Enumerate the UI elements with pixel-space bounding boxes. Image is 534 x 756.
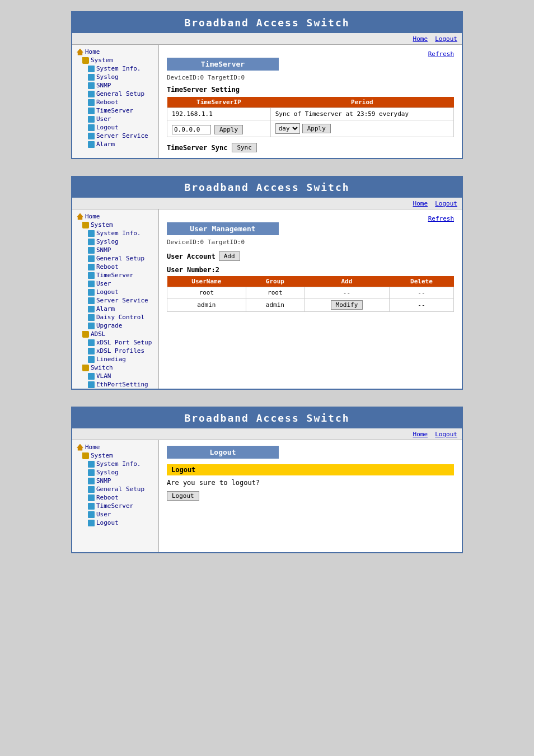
sync-button[interactable]: Sync [232,143,257,152]
sidebar-1: Home System System Info. Syslog SNMP Gen… [72,45,159,158]
period-val-row: day Apply [275,123,449,134]
page-icon-19 [88,297,95,304]
refresh-button-2[interactable]: Refresh [428,215,454,222]
logout-confirm-text: Are you sure to logout? [167,479,454,487]
home-link-3[interactable]: Home [413,431,428,438]
sidebar-item-home-1[interactable]: Home [72,48,158,56]
page-icon-36 [88,511,95,518]
sidebar3-item-home[interactable]: Home [72,443,158,451]
sidebar2-item-xdsl-profiles[interactable]: xDSL Profiles [72,347,158,355]
sidebar2-item-vlan[interactable]: VLAN [72,372,158,380]
sidebar2-item-snmp[interactable]: SNMP [72,246,158,254]
add-user-button[interactable]: Add [219,251,240,261]
folder-icon-2 [82,222,89,228]
folder-icon-4 [82,365,89,371]
sidebar3-item-syslog[interactable]: Syslog [72,468,158,477]
panel2-body: Home System System Info. Syslog SNMP Gen… [72,209,462,389]
sidebar2-item-syslog[interactable]: Syslog [72,237,158,246]
sidebar-item-sysinfo-1[interactable]: System Info. [72,64,158,73]
sidebar3-item-user[interactable]: User [72,510,158,519]
sidebar-item-gensetup-1[interactable]: General Setup [72,90,158,98]
sidebar-item-logout-1[interactable]: Logout [72,123,158,132]
logout-link-2[interactable]: Logout [435,200,457,207]
page-icon-18 [88,289,95,296]
sidebar-item-serverservice-1[interactable]: Server Service [72,132,158,140]
apply-period-button[interactable]: Apply [302,124,331,133]
user-name-admin: admin [167,298,246,312]
user-add-root: -- [305,287,390,298]
timeserver-ip-input[interactable] [172,125,211,134]
page-icon-22 [88,323,95,329]
setting-label-1: TimeServer Setting [167,86,454,94]
timeserver-ip-input-cell: Apply [167,120,271,137]
sidebar2-item-reboot[interactable]: Reboot [72,263,158,271]
panel2-title: Broadband Access Switch [72,177,462,198]
sidebar3-item-timeserver[interactable]: TimeServer [72,502,158,510]
panel-logout: Broadband Access Switch Home Logout Home… [71,407,463,553]
sidebar2-item-switch[interactable]: Switch [72,363,158,372]
user-account-row: User Account Add [167,249,454,263]
col-header-period: Period [270,97,453,108]
home-link-2[interactable]: Home [413,200,428,207]
sidebar2-item-logout[interactable]: Logout [72,288,158,296]
sidebar2-item-linediag[interactable]: Linediag [72,355,158,363]
sidebar2-item-adsl[interactable]: ADSL [72,330,158,338]
sidebar2-item-serverservice[interactable]: Server Service [72,296,158,305]
sidebar-item-snmp-1[interactable]: SNMP [72,81,158,90]
device-id-2: DeviceID:0 TargetID:0 [167,239,454,246]
setting-table-1: TimeServerIP Period 192.168.1.1 Sync of … [167,97,454,137]
page-icon-35 [88,503,95,510]
period-sync-text: Sync of Timeserver at 23:59 everyday [270,108,453,120]
logout-confirm-button[interactable]: Logout [167,491,199,501]
user-account-label: User Account [167,253,216,260]
sidebar3-item-logout[interactable]: Logout [72,519,158,527]
page-icon-5 [88,99,95,106]
page-icon-34 [88,494,95,501]
page-icon-14 [88,255,95,262]
sidebar3-item-system[interactable]: System [72,451,158,460]
user-row-root: root root -- -- [167,287,454,298]
sidebar3-item-reboot[interactable]: Reboot [72,493,158,502]
panel3-title: Broadband Access Switch [72,408,462,428]
sidebar-item-alarm-1[interactable]: Alarm [72,140,158,148]
sync-label: TimeServer Sync [167,144,227,152]
sidebar-item-user-1[interactable]: User [72,115,158,123]
modify-admin-button[interactable]: Modify [331,300,363,310]
sidebar2-item-system[interactable]: System [72,221,158,229]
home-icon [77,49,83,55]
sidebar2-item-xdsl-port[interactable]: xDSL Port Setup [72,338,158,347]
sidebar2-item-home[interactable]: Home [72,212,158,221]
sidebar-item-timeserver-1[interactable]: TimeServer [72,106,158,115]
sidebar2-item-upgrade[interactable]: Upgrade [72,321,158,330]
logout-link-3[interactable]: Logout [435,431,457,438]
refresh-button-1[interactable]: Refresh [428,50,454,58]
sidebar-item-syslog-1[interactable]: Syslog [72,73,158,81]
sidebar2-item-timeserver[interactable]: TimeServer [72,271,158,279]
col-header-ip: TimeServerIP [167,97,271,108]
home-link-1[interactable]: Home [413,35,428,43]
sidebar3-item-gensetup[interactable]: General Setup [72,485,158,493]
panel3-body: Home System System Info. Syslog SNMP Gen… [72,440,462,552]
sidebar-item-reboot-1[interactable]: Reboot [72,98,158,106]
sidebar3-item-snmp[interactable]: SNMP [72,477,158,485]
sidebar2-item-gensetup[interactable]: General Setup [72,254,158,263]
logout-link-1[interactable]: Logout [435,35,457,43]
sync-row-1: TimeServer Sync Sync [167,143,454,152]
period-select[interactable]: day [275,123,300,134]
page-icon-21 [88,314,95,321]
apply-ip-button[interactable]: Apply [214,125,243,134]
home-icon-3 [77,444,83,451]
sidebar-item-system-1[interactable]: System [72,56,158,64]
sidebar2-item-alarm[interactable]: Alarm [72,305,158,313]
sidebar2-item-user[interactable]: User [72,279,158,288]
user-group-root: root [246,287,304,298]
folder-icon-5 [82,452,89,459]
sidebar2-item-sysinfo[interactable]: System Info. [72,229,158,237]
section-title-1: TimeServer [167,58,279,71]
sidebar2-item-ethport[interactable]: EthPortSetting [72,380,158,389]
page-icon-23 [88,339,95,346]
page-icon-24 [88,348,95,354]
page-icon-20 [88,306,95,312]
sidebar2-item-daisy[interactable]: Daisy Control [72,313,158,321]
sidebar3-item-sysinfo[interactable]: System Info. [72,460,158,468]
